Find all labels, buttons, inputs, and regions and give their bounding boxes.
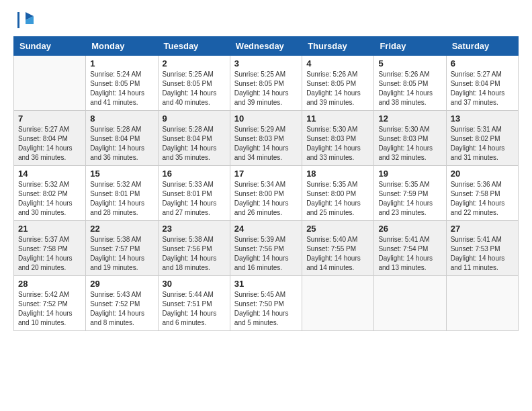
cell-info: Sunrise: 5:38 AM Sunset: 7:56 PM Dayligh… [163, 235, 226, 273]
calendar-cell [446, 276, 518, 331]
weekday-header-tuesday: Tuesday [158, 37, 230, 56]
day-number: 23 [163, 224, 226, 234]
calendar-table: SundayMondayTuesdayWednesdayThursdayFrid… [13, 36, 519, 331]
cell-info: Sunrise: 5:30 AM Sunset: 8:03 PM Dayligh… [378, 125, 441, 163]
day-number: 21 [18, 224, 81, 234]
calendar-cell [374, 276, 446, 331]
calendar-cell: 16Sunrise: 5:33 AM Sunset: 8:01 PM Dayli… [158, 166, 230, 221]
cell-info: Sunrise: 5:32 AM Sunset: 8:01 PM Dayligh… [90, 180, 153, 218]
day-number: 27 [451, 224, 514, 234]
day-number: 16 [163, 169, 226, 179]
calendar-cell: 5Sunrise: 5:26 AM Sunset: 8:05 PM Daylig… [374, 56, 446, 111]
calendar-cell [14, 56, 86, 111]
day-number: 17 [234, 169, 298, 179]
calendar-cell: 1Sunrise: 5:24 AM Sunset: 8:05 PM Daylig… [86, 56, 158, 111]
day-number: 13 [451, 113, 514, 124]
calendar-cell: 19Sunrise: 5:35 AM Sunset: 7:59 PM Dayli… [374, 166, 446, 221]
cell-info: Sunrise: 5:36 AM Sunset: 7:58 PM Dayligh… [451, 180, 514, 218]
week-row-1: 1Sunrise: 5:24 AM Sunset: 8:05 PM Daylig… [14, 56, 519, 111]
weekday-header-sunday: Sunday [14, 37, 86, 56]
cell-info: Sunrise: 5:40 AM Sunset: 7:55 PM Dayligh… [306, 235, 369, 273]
cell-info: Sunrise: 5:25 AM Sunset: 8:05 PM Dayligh… [234, 70, 298, 107]
day-number: 22 [90, 224, 153, 234]
day-number: 26 [378, 224, 441, 234]
calendar-cell: 7Sunrise: 5:27 AM Sunset: 8:04 PM Daylig… [14, 111, 86, 166]
calendar-cell: 4Sunrise: 5:26 AM Sunset: 8:05 PM Daylig… [302, 56, 374, 111]
weekday-header-wednesday: Wednesday [230, 37, 302, 56]
day-number: 3 [234, 58, 298, 68]
cell-info: Sunrise: 5:24 AM Sunset: 8:05 PM Dayligh… [90, 70, 153, 107]
cell-info: Sunrise: 5:37 AM Sunset: 7:58 PM Dayligh… [18, 235, 81, 273]
calendar-cell: 30Sunrise: 5:44 AM Sunset: 7:51 PM Dayli… [158, 276, 230, 331]
day-number: 19 [378, 169, 441, 179]
calendar-cell: 27Sunrise: 5:41 AM Sunset: 7:53 PM Dayli… [446, 221, 518, 276]
cell-info: Sunrise: 5:42 AM Sunset: 7:52 PM Dayligh… [18, 290, 81, 328]
week-row-2: 7Sunrise: 5:27 AM Sunset: 8:04 PM Daylig… [14, 111, 519, 166]
cell-info: Sunrise: 5:44 AM Sunset: 7:51 PM Dayligh… [163, 290, 226, 328]
calendar-cell: 31Sunrise: 5:45 AM Sunset: 7:50 PM Dayli… [230, 276, 302, 331]
week-row-3: 14Sunrise: 5:32 AM Sunset: 8:02 PM Dayli… [14, 166, 519, 221]
cell-info: Sunrise: 5:26 AM Sunset: 8:05 PM Dayligh… [306, 70, 369, 107]
cell-info: Sunrise: 5:27 AM Sunset: 8:04 PM Dayligh… [451, 70, 514, 107]
calendar-cell: 29Sunrise: 5:43 AM Sunset: 7:52 PM Dayli… [86, 276, 158, 331]
day-number: 4 [306, 58, 369, 68]
day-number: 18 [306, 169, 369, 179]
cell-info: Sunrise: 5:38 AM Sunset: 7:57 PM Dayligh… [90, 235, 153, 273]
logo-flag-icon [16, 11, 35, 30]
calendar-cell: 11Sunrise: 5:30 AM Sunset: 8:03 PM Dayli… [302, 111, 374, 166]
cell-info: Sunrise: 5:34 AM Sunset: 8:00 PM Dayligh… [234, 180, 298, 218]
calendar-cell: 13Sunrise: 5:31 AM Sunset: 8:02 PM Dayli… [446, 111, 518, 166]
cell-info: Sunrise: 5:25 AM Sunset: 8:05 PM Dayligh… [163, 70, 226, 107]
calendar-cell: 3Sunrise: 5:25 AM Sunset: 8:05 PM Daylig… [230, 56, 302, 111]
cell-info: Sunrise: 5:26 AM Sunset: 8:05 PM Dayligh… [378, 70, 441, 107]
calendar-cell: 2Sunrise: 5:25 AM Sunset: 8:05 PM Daylig… [158, 56, 230, 111]
day-number: 8 [90, 113, 153, 124]
day-number: 14 [18, 169, 81, 179]
calendar-cell [302, 276, 374, 331]
weekday-header-monday: Monday [86, 37, 158, 56]
page: SundayMondayTuesdayWednesdayThursdayFrid… [0, 0, 532, 345]
week-row-4: 21Sunrise: 5:37 AM Sunset: 7:58 PM Dayli… [14, 221, 519, 276]
day-number: 10 [234, 113, 298, 124]
calendar-cell: 21Sunrise: 5:37 AM Sunset: 7:58 PM Dayli… [14, 221, 86, 276]
calendar-cell: 14Sunrise: 5:32 AM Sunset: 8:02 PM Dayli… [14, 166, 86, 221]
cell-info: Sunrise: 5:30 AM Sunset: 8:03 PM Dayligh… [306, 125, 369, 163]
logo [13, 11, 36, 30]
weekday-header-thursday: Thursday [302, 37, 374, 56]
calendar-cell: 8Sunrise: 5:28 AM Sunset: 8:04 PM Daylig… [86, 111, 158, 166]
cell-info: Sunrise: 5:27 AM Sunset: 8:04 PM Dayligh… [18, 125, 81, 163]
day-number: 31 [234, 279, 298, 289]
day-number: 9 [163, 113, 226, 124]
cell-info: Sunrise: 5:35 AM Sunset: 7:59 PM Dayligh… [378, 180, 441, 218]
cell-info: Sunrise: 5:39 AM Sunset: 7:56 PM Dayligh… [234, 235, 298, 273]
day-number: 1 [90, 58, 153, 68]
day-number: 20 [451, 169, 514, 179]
cell-info: Sunrise: 5:35 AM Sunset: 8:00 PM Dayligh… [306, 180, 369, 218]
calendar-cell: 12Sunrise: 5:30 AM Sunset: 8:03 PM Dayli… [374, 111, 446, 166]
week-row-5: 28Sunrise: 5:42 AM Sunset: 7:52 PM Dayli… [14, 276, 519, 331]
calendar-cell: 17Sunrise: 5:34 AM Sunset: 8:00 PM Dayli… [230, 166, 302, 221]
cell-info: Sunrise: 5:43 AM Sunset: 7:52 PM Dayligh… [90, 290, 153, 328]
day-number: 2 [163, 58, 226, 68]
cell-info: Sunrise: 5:41 AM Sunset: 7:53 PM Dayligh… [451, 235, 514, 273]
calendar-cell: 18Sunrise: 5:35 AM Sunset: 8:00 PM Dayli… [302, 166, 374, 221]
calendar-cell: 10Sunrise: 5:29 AM Sunset: 8:03 PM Dayli… [230, 111, 302, 166]
cell-info: Sunrise: 5:45 AM Sunset: 7:50 PM Dayligh… [234, 290, 298, 328]
calendar-cell: 23Sunrise: 5:38 AM Sunset: 7:56 PM Dayli… [158, 221, 230, 276]
day-number: 24 [234, 224, 298, 234]
cell-info: Sunrise: 5:41 AM Sunset: 7:54 PM Dayligh… [378, 235, 441, 273]
header [13, 11, 519, 30]
day-number: 15 [90, 169, 153, 179]
calendar-cell: 24Sunrise: 5:39 AM Sunset: 7:56 PM Dayli… [230, 221, 302, 276]
weekday-header-friday: Friday [374, 37, 446, 56]
day-number: 29 [90, 279, 153, 289]
calendar-cell: 25Sunrise: 5:40 AM Sunset: 7:55 PM Dayli… [302, 221, 374, 276]
day-number: 11 [306, 113, 369, 124]
cell-info: Sunrise: 5:31 AM Sunset: 8:02 PM Dayligh… [451, 125, 514, 163]
svg-rect-2 [17, 12, 19, 28]
calendar-cell: 26Sunrise: 5:41 AM Sunset: 7:54 PM Dayli… [374, 221, 446, 276]
cell-info: Sunrise: 5:28 AM Sunset: 8:04 PM Dayligh… [163, 125, 226, 163]
calendar-cell: 9Sunrise: 5:28 AM Sunset: 8:04 PM Daylig… [158, 111, 230, 166]
weekday-header-row: SundayMondayTuesdayWednesdayThursdayFrid… [14, 37, 519, 56]
day-number: 12 [378, 113, 441, 124]
